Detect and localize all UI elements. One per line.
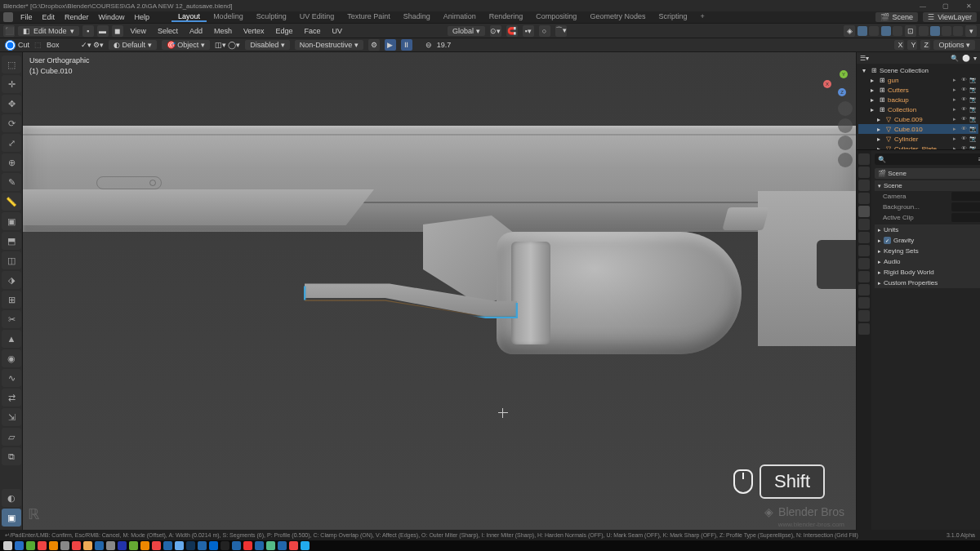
taskbar-app-icon[interactable] xyxy=(163,541,172,550)
hide-toggle-icon[interactable]: 👁 xyxy=(961,126,969,133)
gizmo-x-axis[interactable]: X xyxy=(823,80,831,88)
loopcut-tool-icon[interactable]: ⊞ xyxy=(2,291,21,309)
prop-tab-scene[interactable] xyxy=(858,206,870,217)
prop-tab-constraint[interactable] xyxy=(858,284,870,295)
snap-dropdown[interactable]: ▪▾ xyxy=(523,25,534,37)
maximize-button[interactable]: ▢ xyxy=(938,2,954,10)
axis-z[interactable]: Z xyxy=(920,40,930,50)
exclude-toggle-icon[interactable]: ▸ xyxy=(953,106,960,113)
scale-tool-icon[interactable]: ⤢ xyxy=(2,134,21,152)
render-toggle-icon[interactable]: 📷 xyxy=(969,106,977,113)
section-keying[interactable]: ▸Keying Sets xyxy=(875,246,980,256)
shading-solid[interactable] xyxy=(930,26,940,36)
tree-row[interactable]: ▸⊞Cutters▸👁📷 xyxy=(858,85,978,95)
hops-tool-icon[interactable]: ◐ xyxy=(2,489,21,507)
perspective-icon[interactable] xyxy=(838,153,853,167)
settings-icon[interactable]: ⚙ xyxy=(368,39,380,51)
disclosure-icon[interactable]: ▸ xyxy=(875,135,883,143)
select-tool-icon[interactable]: ⬚ xyxy=(2,56,21,73)
tab-uv-editing[interactable]: UV Editing xyxy=(293,12,341,22)
pan-icon[interactable] xyxy=(838,118,853,133)
select-edge-button[interactable]: ▬ xyxy=(97,25,109,37)
taskbar-app-icon[interactable] xyxy=(3,541,12,550)
default-dropdown[interactable]: ◐ Default ▾ xyxy=(109,40,157,50)
axis-y[interactable]: Y xyxy=(907,40,917,50)
hide-toggle-icon[interactable]: 👁 xyxy=(961,87,969,94)
extrude-tool-icon[interactable]: ⬒ xyxy=(2,232,21,250)
taskbar-app-icon[interactable] xyxy=(118,541,127,550)
shading-dropdown[interactable]: ▾ xyxy=(965,25,977,37)
taskbar-app-icon[interactable] xyxy=(106,541,115,550)
render-toggle-icon[interactable]: 📷 xyxy=(969,126,977,133)
tab-texture-paint[interactable]: Texture Paint xyxy=(341,12,397,22)
uv-menu[interactable]: UV xyxy=(328,27,347,35)
section-rigid[interactable]: ▸Rigid Body World xyxy=(875,267,980,278)
taskbar-app-icon[interactable] xyxy=(140,541,149,550)
tree-row[interactable]: ▸⊞backup▸👁📷 xyxy=(858,95,978,104)
outliner-tree[interactable]: ▾ ⊞ Scene Collection ▸⊞gun▸👁📷▸⊞Cutters▸👁… xyxy=(857,64,980,150)
taskbar-app-icon[interactable] xyxy=(232,541,241,550)
prop-tab-render[interactable] xyxy=(858,167,870,178)
exclude-toggle-icon[interactable]: ▸ xyxy=(953,87,960,94)
snap-toggle[interactable]: 🧲 xyxy=(506,25,518,37)
outliner-new-icon[interactable]: ▾ xyxy=(973,55,977,62)
prop-tab-output[interactable] xyxy=(858,180,870,191)
section-audio[interactable]: ▸Audio xyxy=(875,256,980,267)
disclosure-icon[interactable]: ▸ xyxy=(868,96,876,104)
prop-tab-physics[interactable] xyxy=(858,271,870,282)
menu-window[interactable]: Window xyxy=(95,13,129,21)
tree-row[interactable]: ▸▽Cube.009▸👁📷 xyxy=(858,114,978,124)
mesh-menu[interactable]: Mesh xyxy=(210,27,236,35)
menu-edit[interactable]: Edit xyxy=(38,13,60,21)
boxcutter-tool-icon[interactable]: ▣ xyxy=(2,509,21,527)
rip-tool-icon[interactable]: ⧉ xyxy=(2,447,21,465)
search-input[interactable] xyxy=(889,156,975,163)
axis-x[interactable]: X xyxy=(894,40,904,50)
edge-menu[interactable]: Edge xyxy=(271,27,296,35)
tree-row[interactable]: ▸▽Cube.010▸👁📷 xyxy=(858,124,978,134)
prop-tab-world[interactable] xyxy=(858,219,870,230)
close-button[interactable]: ✕ xyxy=(960,2,977,10)
bevel-tool-icon[interactable]: ⬗ xyxy=(2,271,21,289)
transform-tool-icon[interactable]: ⊕ xyxy=(2,153,21,171)
proportional-toggle[interactable]: ○ xyxy=(539,25,550,37)
section-units[interactable]: ▸Units xyxy=(875,224,980,235)
exclude-toggle-icon[interactable]: ▸ xyxy=(953,136,960,143)
minimize-button[interactable]: — xyxy=(915,2,931,10)
taskbar-app-icon[interactable] xyxy=(15,541,24,550)
taskbar-app-icon[interactable] xyxy=(243,541,252,550)
overlay-toggle[interactable] xyxy=(881,26,891,36)
disclosure-icon[interactable]: ▸ xyxy=(875,115,883,123)
active-clip-row[interactable]: Active Clip xyxy=(875,212,980,223)
editor-type-icon[interactable]: ⬛ xyxy=(3,25,15,37)
prop-tab-viewlayer[interactable] xyxy=(858,193,870,204)
edge-slide-tool-icon[interactable]: ⇄ xyxy=(2,389,21,407)
3d-viewport[interactable]: User Orthographic (1) Cube.010 X Y Z Shi… xyxy=(23,52,856,530)
prop-tab-material[interactable] xyxy=(858,310,870,322)
vertex-menu[interactable]: Vertex xyxy=(239,27,269,35)
taskbar-app-icon[interactable] xyxy=(129,541,138,550)
camera-icon[interactable] xyxy=(838,136,853,150)
hide-toggle-icon[interactable]: 👁 xyxy=(961,77,969,84)
select-face-button[interactable]: ◼ xyxy=(112,25,123,37)
exclude-toggle-icon[interactable]: ▸ xyxy=(953,126,960,133)
disclosure-icon[interactable]: ▸ xyxy=(875,144,883,150)
gravity-checkbox[interactable]: ✓ xyxy=(884,237,891,244)
tree-row[interactable]: ▸⊞gun▸👁📷 xyxy=(858,75,978,85)
scene-selector[interactable]: 🎬Scene xyxy=(875,12,919,22)
tab-modeling[interactable]: Modeling xyxy=(207,12,250,22)
gizmo-y-axis[interactable]: Y xyxy=(840,70,848,78)
prop-tab-object[interactable] xyxy=(858,232,870,243)
outliner-filter-icon[interactable]: ⚪ xyxy=(962,55,970,62)
tab-rendering[interactable]: Rendering xyxy=(483,12,530,22)
section-scene[interactable]: ▾Scene xyxy=(875,180,980,191)
taskbar-app-icon[interactable] xyxy=(175,541,184,550)
taskbar-app-icon[interactable] xyxy=(220,541,229,550)
exclude-toggle-icon[interactable]: ▸ xyxy=(953,77,960,84)
menu-render[interactable]: Render xyxy=(60,13,93,21)
taskbar-app-icon[interactable] xyxy=(72,541,81,550)
select-vertex-button[interactable]: ▪ xyxy=(82,25,94,37)
render-toggle-icon[interactable]: 📷 xyxy=(969,116,977,123)
camera-field[interactable] xyxy=(951,192,980,201)
tab-scripting[interactable]: Scripting xyxy=(652,12,693,22)
